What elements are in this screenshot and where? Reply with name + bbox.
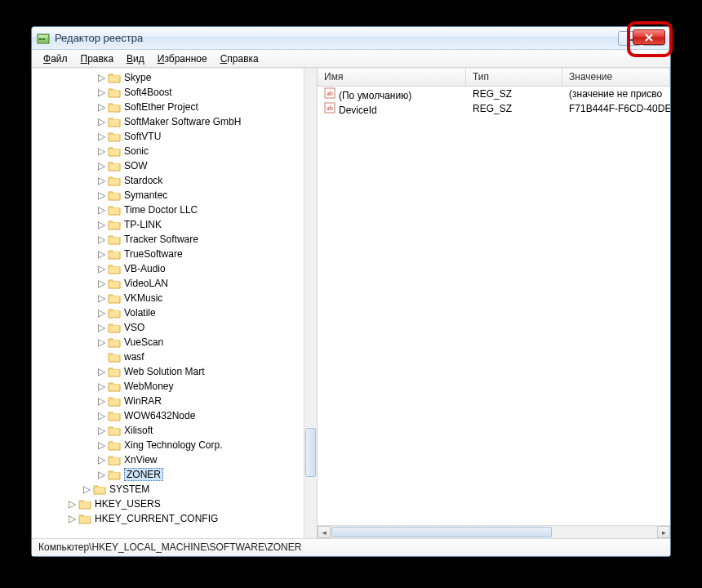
expand-icon[interactable]: ▷ bbox=[97, 294, 106, 303]
tree-item[interactable]: ▷Tracker Software bbox=[32, 232, 304, 247]
tree-item[interactable]: ▷WebMoney bbox=[32, 379, 304, 394]
expand-icon[interactable]: ▷ bbox=[97, 162, 106, 171]
expand-icon[interactable]: ▷ bbox=[97, 176, 106, 185]
tree-item[interactable]: ▷WOW6432Node bbox=[32, 408, 304, 423]
expand-icon[interactable]: ▷ bbox=[97, 382, 106, 391]
menu-file[interactable]: Файл bbox=[37, 51, 74, 66]
tree-item[interactable]: ▷ZONER bbox=[32, 467, 304, 482]
folder-icon bbox=[108, 381, 121, 392]
tree-item[interactable]: ▷TP-LINK bbox=[32, 217, 304, 232]
folder-icon bbox=[108, 87, 121, 98]
expand-icon[interactable]: ▷ bbox=[97, 118, 106, 127]
expand-icon[interactable]: ▷ bbox=[97, 88, 106, 97]
tree-item[interactable]: ▷Volatile bbox=[32, 305, 304, 320]
tree-item[interactable]: ▷Soft4Boost bbox=[32, 85, 304, 100]
hscroll-left-arrow[interactable]: ◂ bbox=[318, 526, 331, 538]
tree-item-label: SOW bbox=[124, 160, 148, 172]
tree-item[interactable]: ▷XnView bbox=[32, 452, 304, 467]
values-horizontal-scrollbar[interactable]: ◂ ▸ bbox=[318, 525, 670, 538]
expand-icon[interactable]: ▷ bbox=[97, 265, 106, 274]
expand-icon[interactable]: ▷ bbox=[97, 441, 106, 450]
expand-icon[interactable]: ▷ bbox=[97, 309, 106, 318]
tree-item[interactable]: ▷VKMusic bbox=[32, 291, 304, 305]
expand-icon[interactable]: ▷ bbox=[97, 279, 106, 288]
folder-icon bbox=[108, 145, 121, 157]
folder-icon bbox=[108, 263, 121, 274]
expand-icon[interactable]: ▷ bbox=[97, 470, 106, 479]
tree-item[interactable]: ▷Xing Technology Corp. bbox=[32, 438, 304, 452]
tree-item[interactable]: ▷SYSTEM bbox=[32, 482, 304, 497]
expand-icon[interactable]: ▷ bbox=[97, 235, 106, 244]
hscroll-right-arrow[interactable]: ▸ bbox=[657, 526, 670, 538]
tree-item[interactable]: ▷Xilisoft bbox=[32, 423, 304, 438]
expand-icon[interactable]: ▷ bbox=[97, 191, 106, 200]
folder-icon bbox=[108, 292, 121, 304]
folder-icon bbox=[108, 175, 121, 186]
menu-edit[interactable]: Правка bbox=[74, 51, 121, 66]
tree-item[interactable]: ▷Symantec bbox=[32, 188, 304, 203]
tree-item[interactable]: ▷HKEY_CURRENT_CONFIG bbox=[32, 511, 304, 526]
column-value[interactable]: Значение bbox=[562, 69, 670, 86]
expand-icon[interactable]: ▷ bbox=[97, 412, 106, 421]
value-row[interactable]: abDeviceIdREG_SZF71B444F-F6CD-40DE bbox=[318, 101, 670, 116]
values-list[interactable]: ab(По умолчанию)REG_SZ(значение не присв… bbox=[318, 87, 670, 525]
menu-help[interactable]: Справка bbox=[214, 51, 265, 66]
tree-item-label: Symantec bbox=[124, 189, 167, 201]
tree-item[interactable]: ▷Sonic bbox=[32, 144, 304, 158]
expand-icon[interactable]: ▷ bbox=[97, 456, 106, 465]
column-name[interactable]: Имя bbox=[318, 69, 466, 86]
folder-icon bbox=[108, 219, 121, 230]
expand-icon[interactable]: ▷ bbox=[97, 397, 106, 406]
svg-rect-1 bbox=[38, 35, 48, 38]
folder-icon bbox=[78, 498, 91, 510]
value-row[interactable]: ab(По умолчанию)REG_SZ(значение не присв… bbox=[318, 87, 670, 101]
expand-icon[interactable]: ▷ bbox=[97, 206, 106, 215]
tree-item[interactable]: ▷SoftVTU bbox=[32, 129, 304, 144]
tree-item[interactable]: ▷Web Solution Mart bbox=[32, 364, 304, 379]
titlebar[interactable]: Редактор реестра bbox=[32, 27, 670, 50]
tree-item[interactable]: ▷VideoLAN bbox=[32, 276, 304, 291]
tree-item[interactable]: ▷SoftMaker Software GmbH bbox=[32, 114, 304, 129]
expand-icon[interactable]: ▷ bbox=[97, 147, 106, 156]
tree-item[interactable]: ▷Stardock bbox=[32, 173, 304, 188]
column-type[interactable]: Тип bbox=[466, 69, 562, 86]
tree-scroll-thumb[interactable] bbox=[305, 428, 316, 477]
tree-item[interactable]: ▷SOW bbox=[32, 158, 304, 173]
menu-favorites[interactable]: Избранное bbox=[151, 51, 214, 66]
close-button[interactable] bbox=[633, 29, 665, 45]
tree-item-label: Stardock bbox=[124, 175, 162, 186]
tree-item[interactable]: ▷HKEY_USERS bbox=[32, 497, 304, 511]
tree-vertical-scrollbar[interactable] bbox=[304, 69, 317, 538]
menu-view[interactable]: Вид bbox=[120, 51, 151, 66]
hscroll-thumb[interactable] bbox=[331, 527, 552, 537]
tree-item[interactable]: ▷VB-Audio bbox=[32, 261, 304, 276]
expand-icon[interactable]: ▷ bbox=[97, 323, 106, 332]
expand-icon[interactable]: ▷ bbox=[97, 250, 106, 259]
tree-item[interactable]: ▷VueScan bbox=[32, 335, 304, 350]
expand-icon[interactable]: ▷ bbox=[97, 132, 106, 141]
tree-item[interactable]: ▷WinRAR bbox=[32, 394, 304, 408]
tree-item[interactable]: ▷SoftEther Project bbox=[32, 100, 304, 114]
registry-editor-window: Редактор реестра Файл Правка Вид Избранн… bbox=[31, 26, 671, 557]
folder-icon bbox=[108, 131, 121, 142]
expand-icon[interactable]: ▷ bbox=[82, 485, 91, 494]
expand-icon[interactable]: ▷ bbox=[97, 368, 106, 376]
expand-icon[interactable]: ▷ bbox=[97, 74, 106, 82]
expand-icon[interactable]: ▷ bbox=[97, 220, 106, 229]
registry-tree[interactable]: ▷Skype▷Soft4Boost▷SoftEther Project▷Soft… bbox=[32, 69, 304, 538]
tree-item-label: Xing Technology Corp. bbox=[124, 439, 223, 451]
expand-icon[interactable]: ▷ bbox=[97, 103, 106, 112]
tree-item[interactable]: ▷Skype bbox=[32, 70, 304, 85]
tree-item[interactable]: wasf bbox=[32, 350, 304, 364]
tree-item[interactable]: ▷VSO bbox=[32, 320, 304, 335]
expand-icon[interactable]: ▷ bbox=[97, 338, 106, 347]
expand-icon[interactable]: ▷ bbox=[68, 514, 77, 523]
folder-icon bbox=[108, 469, 121, 480]
tree-item-label: Sonic bbox=[124, 145, 149, 157]
tree-item-label: VKMusic bbox=[124, 292, 162, 304]
expand-icon[interactable]: ▷ bbox=[68, 500, 77, 509]
tree-item[interactable]: ▷TrueSoftware bbox=[32, 247, 304, 261]
expand-icon[interactable]: ▷ bbox=[97, 426, 106, 435]
tree-item[interactable]: ▷Time Doctor LLC bbox=[32, 203, 304, 217]
folder-icon bbox=[108, 395, 121, 407]
